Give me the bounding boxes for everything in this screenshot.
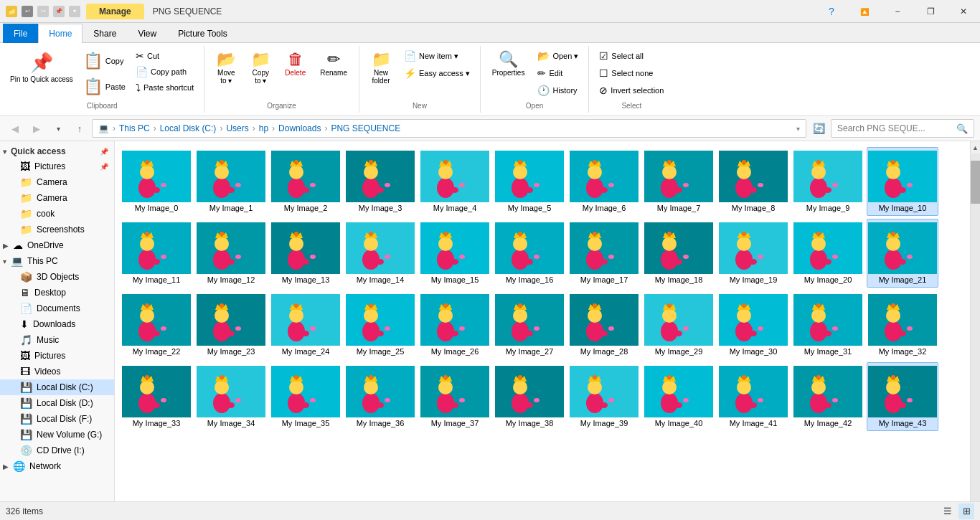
path-local-disk[interactable]: Local Disk (C:) (160, 123, 217, 133)
move-to-btn[interactable]: 📂 Moveto ▾ (210, 49, 242, 88)
open-btn[interactable]: 📂 Open ▾ (533, 49, 583, 63)
file-item[interactable]: My Image_39 (568, 362, 640, 431)
path-png-sequence[interactable]: PNG SEQUENCE (331, 123, 400, 133)
sidebar-videos[interactable]: 🎞 Videos (0, 364, 114, 379)
file-item[interactable]: My Image_13 (270, 219, 341, 288)
file-item[interactable]: My Image_2 (270, 147, 341, 216)
copy-btn[interactable]: 📋 Copy (80, 49, 128, 73)
file-item[interactable]: My Image_35 (270, 362, 341, 431)
sidebar-local-disk-c[interactable]: 💾 Local Disk (C:) (0, 379, 114, 395)
file-item[interactable]: My Image_41 (717, 362, 789, 431)
file-item[interactable]: My Image_27 (494, 290, 565, 359)
file-item[interactable]: My Image_20 (792, 219, 864, 288)
file-item[interactable]: My Image_36 (344, 362, 416, 431)
file-item[interactable]: My Image_18 (643, 219, 715, 288)
file-item[interactable]: My Image_29 (643, 290, 715, 359)
file-item[interactable]: My Image_0 (121, 147, 192, 216)
file-item[interactable]: My Image_12 (195, 219, 267, 288)
sidebar-item-cook[interactable]: 📁 cook (0, 206, 114, 222)
tab-home[interactable]: Home (38, 24, 83, 43)
tab-file[interactable]: File (3, 24, 38, 43)
file-item[interactable]: My Image_4 (419, 147, 491, 216)
right-scrollbar[interactable]: ▲ ▼ (970, 141, 980, 520)
file-item[interactable]: My Image_21 (867, 219, 938, 288)
scroll-thumb[interactable] (971, 161, 981, 204)
sidebar-documents[interactable]: 📄 Documents (0, 301, 114, 316)
file-item[interactable]: My Image_28 (568, 290, 640, 359)
sidebar-cd-drive[interactable]: 💿 CD Drive (I:) (0, 443, 114, 458)
file-item[interactable]: My Image_37 (419, 362, 491, 431)
select-none-btn[interactable]: ☐ Select none (595, 66, 657, 80)
pin-toggle-btn[interactable]: 📌 (100, 148, 108, 156)
sidebar-quick-access[interactable]: ▾ Quick access 📌 (0, 144, 114, 159)
file-item[interactable]: My Image_34 (195, 362, 267, 431)
file-area[interactable]: My Image_0My Image_1My Image_2My Image_3… (115, 141, 970, 520)
new-folder-btn[interactable]: 📁 Newfolder (365, 49, 397, 88)
file-item[interactable]: My Image_25 (344, 290, 416, 359)
back-btn[interactable]: ◀ (6, 119, 24, 138)
sidebar-onedrive[interactable]: ▶ ☁ OneDrive (0, 237, 114, 253)
file-item[interactable]: My Image_11 (121, 219, 192, 288)
file-item[interactable]: My Image_38 (494, 362, 565, 431)
maximize-btn[interactable]: ❐ (914, 0, 947, 23)
file-item[interactable]: My Image_1 (195, 147, 267, 216)
tab-share[interactable]: Share (83, 24, 127, 43)
file-item[interactable]: My Image_24 (270, 290, 341, 359)
file-item[interactable]: My Image_33 (121, 362, 192, 431)
file-item[interactable]: My Image_30 (717, 290, 789, 359)
rename-btn[interactable]: ✏ Rename (314, 49, 353, 80)
file-item[interactable]: My Image_3 (344, 147, 416, 216)
copy-to-btn[interactable]: 📁 Copyto ▾ (245, 49, 276, 88)
sidebar-local-disk-f[interactable]: 💾 Local Disk (F:) (0, 411, 114, 427)
file-item[interactable]: My Image_16 (494, 219, 565, 288)
file-item[interactable]: My Image_10 (867, 147, 938, 216)
path-this-pc[interactable]: This PC (119, 123, 150, 133)
file-item[interactable]: My Image_5 (494, 147, 565, 216)
path-downloads[interactable]: Downloads (278, 123, 321, 133)
sidebar-downloads[interactable]: ⬇ Downloads (0, 316, 114, 332)
quick-access-icon[interactable]: ↩ (22, 6, 33, 17)
up-btn[interactable]: ↑ (70, 119, 89, 138)
file-item[interactable]: My Image_8 (717, 147, 789, 216)
file-item[interactable]: My Image_31 (792, 290, 864, 359)
close-btn[interactable]: ✕ (947, 0, 980, 23)
sidebar-item-camera1[interactable]: 📁 Camera (0, 174, 114, 190)
search-box[interactable]: 🔍 (831, 119, 974, 138)
file-item[interactable]: My Image_22 (121, 290, 192, 359)
scroll-up-arrow[interactable]: ▲ (971, 141, 981, 153)
file-item[interactable]: My Image_6 (568, 147, 640, 216)
redo-icon[interactable]: ↪ (37, 6, 49, 17)
search-input[interactable] (837, 123, 956, 133)
copy-path-btn[interactable]: 📄 Copy path (131, 65, 198, 79)
cut-btn[interactable]: ✂ Cut (131, 49, 198, 63)
sidebar-item-camera2[interactable]: 📁 Camera (0, 190, 114, 206)
large-icons-view-btn[interactable]: ⊞ (958, 504, 974, 519)
forward-btn[interactable]: ▶ (27, 119, 46, 138)
file-item[interactable]: My Image_23 (195, 290, 267, 359)
manage-tab-label[interactable]: Manage (86, 4, 144, 19)
sidebar-3d-objects[interactable]: 📦 3D Objects (0, 269, 114, 285)
new-item-btn[interactable]: 📄 New item ▾ (400, 49, 474, 63)
file-item[interactable]: My Image_26 (419, 290, 491, 359)
paste-btn[interactable]: 📋 Paste (80, 75, 128, 99)
delete-btn[interactable]: 🗑 Delete (279, 49, 311, 80)
edit-btn[interactable]: ✏ Edit (533, 66, 583, 80)
address-path[interactable]: 💻 › This PC › Local Disk (C:) › Users › … (92, 119, 806, 138)
sidebar-this-pc[interactable]: ▾ 💻 This PC (0, 253, 114, 269)
properties-btn[interactable]: 🔍 Properties (486, 49, 531, 80)
file-item[interactable]: My Image_40 (643, 362, 715, 431)
history-btn[interactable]: 🕐 History (533, 83, 583, 98)
sidebar-item-pictures-quick[interactable]: 🖼 Pictures 📌 (0, 159, 114, 174)
file-item[interactable]: My Image_19 (717, 219, 789, 288)
file-item[interactable]: My Image_15 (419, 219, 491, 288)
easy-access-btn[interactable]: ⚡ Easy access ▾ (400, 66, 474, 80)
pin-icon[interactable]: 📌 (53, 6, 65, 17)
collapse-ribbon-btn[interactable]: 🔼 (848, 0, 881, 23)
paste-shortcut-btn[interactable]: ⤵ Paste shortcut (131, 80, 198, 95)
tab-view[interactable]: View (127, 24, 167, 43)
sidebar-desktop[interactable]: 🖥 Desktop (0, 285, 114, 301)
invert-selection-btn[interactable]: ⊘ Invert selection (595, 83, 668, 98)
sidebar-local-disk-d[interactable]: 💾 Local Disk (D:) (0, 395, 114, 411)
sidebar-pictures[interactable]: 🖼 Pictures (0, 348, 114, 364)
tab-picture-tools[interactable]: Picture Tools (167, 24, 237, 43)
